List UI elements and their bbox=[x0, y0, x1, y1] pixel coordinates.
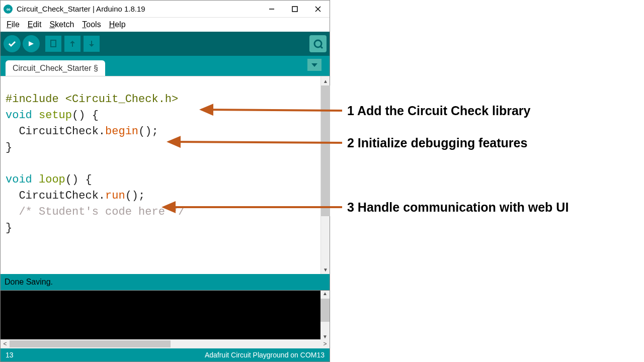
window-title: Circuit_Check_Starter | Arduino 1.8.19 bbox=[17, 5, 260, 13]
close-button[interactable] bbox=[306, 1, 330, 18]
menu-tools[interactable]: Tools bbox=[78, 19, 105, 30]
save-sketch-button[interactable] bbox=[83, 35, 100, 52]
svg-line-12 bbox=[320, 46, 323, 48]
tab-menu-dropdown[interactable] bbox=[307, 59, 321, 71]
svg-rect-5 bbox=[51, 40, 56, 47]
annotation-1: 1 Add the Circuit Check library bbox=[347, 104, 530, 118]
upload-button[interactable] bbox=[23, 35, 40, 52]
serial-monitor-button[interactable] bbox=[309, 35, 327, 52]
new-sketch-button[interactable] bbox=[45, 35, 62, 52]
menubar: File Edit Sketch Tools Help bbox=[1, 18, 330, 32]
titlebar: ∞ Circuit_Check_Starter | Arduino 1.8.19 bbox=[1, 1, 330, 18]
toolbar bbox=[1, 32, 330, 56]
annotation-2: 2 Initialize debugging features bbox=[347, 136, 527, 150]
scroll-down-icon[interactable]: ▼ bbox=[321, 265, 330, 274]
scrollbar-thumb[interactable] bbox=[321, 85, 330, 216]
scrollbar-thumb[interactable] bbox=[10, 340, 171, 347]
board-info: Adafruit Circuit Playground on COM13 bbox=[205, 351, 325, 359]
open-sketch-button[interactable] bbox=[64, 35, 81, 52]
console-area bbox=[1, 290, 330, 339]
verify-button[interactable] bbox=[4, 35, 21, 52]
console-horizontal-scrollbar[interactable]: < > bbox=[1, 339, 330, 348]
scroll-left-icon[interactable]: < bbox=[1, 340, 10, 347]
scroll-up-icon[interactable]: ▲ bbox=[321, 76, 330, 85]
cursor-line: 13 bbox=[6, 351, 14, 359]
svg-marker-9 bbox=[89, 44, 94, 47]
menu-help[interactable]: Help bbox=[105, 19, 130, 30]
tab-circuit-check-starter[interactable]: Circuit_Check_Starter § bbox=[6, 60, 105, 76]
annotations: 1 Add the Circuit Check library 2 Initia… bbox=[332, 0, 644, 362]
editor-area: #include <Circuit_Check.h> void setup() … bbox=[1, 76, 330, 274]
console-output[interactable] bbox=[1, 291, 320, 339]
status-bar: Done Saving. bbox=[1, 274, 330, 290]
svg-rect-1 bbox=[292, 7, 297, 12]
info-bar: 13 Adafruit Circuit Playground on COM13 bbox=[1, 348, 330, 361]
arduino-logo-icon: ∞ bbox=[4, 5, 13, 14]
minimize-button[interactable] bbox=[260, 1, 283, 18]
arduino-ide-window: ∞ Circuit_Check_Starter | Arduino 1.8.19… bbox=[0, 0, 330, 362]
scrollbar-thumb[interactable] bbox=[320, 299, 330, 322]
console-vertical-scrollbar[interactable] bbox=[320, 291, 330, 339]
editor-vertical-scrollbar[interactable]: ▲ ▼ bbox=[320, 76, 330, 274]
code-editor[interactable]: #include <Circuit_Check.h> void setup() … bbox=[1, 76, 320, 274]
menu-edit[interactable]: Edit bbox=[24, 19, 46, 30]
tabstrip: Circuit_Check_Starter § bbox=[1, 56, 330, 76]
status-text: Done Saving. bbox=[5, 278, 53, 287]
menu-file[interactable]: File bbox=[3, 19, 24, 30]
maximize-button[interactable] bbox=[283, 1, 306, 18]
scroll-right-icon[interactable]: > bbox=[320, 340, 330, 347]
annotation-3: 3 Handle communication with web UI bbox=[347, 200, 569, 215]
menu-sketch[interactable]: Sketch bbox=[45, 19, 78, 30]
svg-marker-7 bbox=[70, 41, 75, 43]
svg-marker-4 bbox=[29, 41, 34, 46]
